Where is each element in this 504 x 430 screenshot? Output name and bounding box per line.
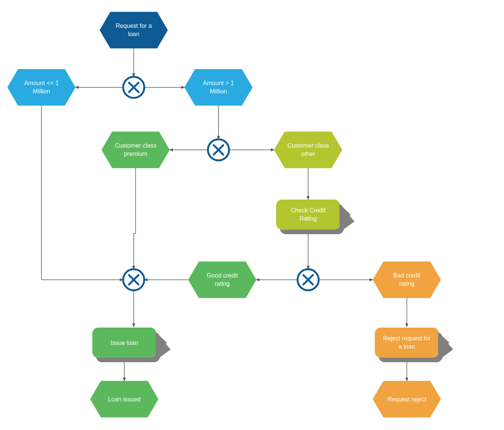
node-check-credit: Check CreditRating — [276, 200, 354, 234]
node-bad-credit: Bad creditrating — [373, 262, 441, 298]
node-request-loan: Request for aloan — [100, 12, 168, 48]
node-loan-issued: Loan issued — [90, 381, 158, 417]
node-check-credit-label: Check Credit — [291, 207, 326, 213]
node-good-credit-label: Good credit — [207, 272, 238, 279]
node-amount-le: Amount <= 1Million — [8, 69, 75, 105]
node-loan-issued-label: Loan issued — [108, 396, 141, 403]
node-request-loan-label: Request for a — [116, 23, 152, 29]
node-bad-credit-label: rating — [399, 281, 414, 287]
node-customer-premium-label: premium — [124, 151, 147, 157]
edge — [134, 168, 136, 269]
gateway-g1 — [123, 77, 144, 98]
node-reject-request: Reject request fora loan — [375, 328, 453, 362]
node-request-loan-label: loan — [128, 31, 139, 37]
svg-rect-5 — [375, 328, 439, 358]
node-amount-le-label: Million — [33, 88, 50, 95]
gateway-g3 — [298, 269, 319, 290]
node-customer-premium-label: Customer class — [115, 142, 156, 149]
node-amount-le-label: Amount <= 1 — [24, 80, 59, 86]
node-issue-loan-label: Issue loan — [111, 340, 138, 346]
node-issue-loan: Issue loan — [92, 328, 171, 362]
gateway-g4 — [123, 269, 144, 290]
node-amount-gt-label: Amount > 1 — [203, 80, 234, 86]
nodes: Request for aloanAmount <= 1MillionAmoun… — [8, 12, 453, 417]
node-good-credit: Good creditrating — [188, 262, 256, 298]
node-good-credit-label: rating — [215, 281, 230, 287]
node-customer-premium: Customer classpremium — [102, 132, 170, 168]
gateway-g2 — [208, 139, 229, 160]
node-reject-request-label: a loan — [399, 343, 415, 350]
node-customer-other-label: Customer class — [287, 142, 329, 149]
node-reject-request-label: Reject request for — [383, 335, 431, 342]
svg-rect-1 — [276, 200, 340, 230]
node-customer-other: Customer classother — [274, 132, 342, 168]
node-request-reject: Request reject — [373, 381, 441, 417]
node-amount-gt: Amount > 1Million — [185, 69, 252, 105]
flowchart-canvas: Request for aloanAmount <= 1MillionAmoun… — [0, 0, 504, 430]
edge — [41, 105, 123, 280]
node-amount-gt-label: Million — [210, 88, 227, 95]
node-bad-credit-label: Bad credit — [393, 272, 421, 279]
node-request-reject-label: Request reject — [387, 396, 426, 403]
node-check-credit-label: Rating — [299, 215, 317, 222]
node-customer-other-label: other — [301, 151, 315, 157]
